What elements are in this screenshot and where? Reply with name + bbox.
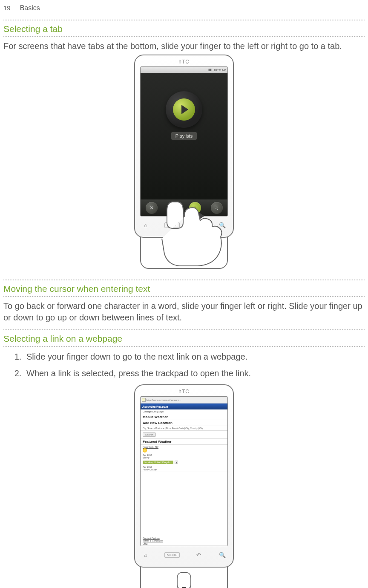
hardware-buttons: ⌂ MENU ↶ 🔍 — [141, 219, 227, 231]
step-item: When a link is selected, press the track… — [24, 368, 365, 379]
svg-rect-2 — [190, 213, 198, 219]
figure-selecting-link: hTC http://www.accuweather.com... AccuWe… — [3, 384, 365, 588]
trackpad — [177, 245, 191, 259]
web-heading: Add New Location — [141, 420, 227, 426]
web-heading: Featured Weather — [141, 439, 227, 445]
step-item: Slide your finger down to go to the next… — [24, 351, 365, 363]
heading-moving-cursor: Moving the cursor when entering text — [3, 280, 365, 296]
web-city: New York, NY — [141, 445, 227, 448]
selected-link-row: London, United Kingdom ▾ — [141, 460, 227, 465]
menu-button: MENU — [164, 552, 180, 558]
back-icon: ↶ — [194, 552, 204, 558]
menu-button: MENU — [164, 222, 180, 228]
home-icon: ⌂ — [141, 222, 150, 228]
selected-link: London, United Kingdom — [143, 461, 173, 464]
web-hint: City, State or Postcode | Zip or Postal … — [141, 426, 227, 431]
heading-selecting-tab: Selecting a tab — [3, 20, 365, 36]
page-header: 19 Basics — [3, 4, 365, 12]
steps-list: Slide your finger down to go to the next… — [3, 351, 365, 379]
web-row: Apr 2010Sunny — [141, 454, 227, 460]
svg-rect-1 — [186, 214, 189, 218]
web-row — [141, 448, 227, 454]
sun-icon — [143, 448, 147, 453]
back-icon: ↶ — [194, 222, 204, 228]
play-icon — [166, 91, 202, 128]
web-footer: Content Options Terms & Conditions Help — [141, 536, 227, 546]
search-button-illustration: Search — [143, 432, 156, 437]
signal-icon: ▮▮ — [208, 68, 212, 72]
tab-item: ✕ — [146, 202, 158, 214]
url-bar: http://www.accuweather.com... — [141, 397, 227, 404]
search-icon: 🔍 — [218, 222, 227, 228]
web-heading: Mobile Weather — [141, 414, 227, 420]
web-row: Apr 2010Partly Cloudy — [141, 465, 227, 472]
search-icon: 🔍 — [218, 552, 227, 558]
divider — [3, 346, 365, 347]
status-bar: ▮▮ 10:35 AM — [141, 67, 227, 73]
hardware-buttons: ⌂ MENU ↶ 🔍 — [141, 549, 227, 561]
status-time: 10:35 AM — [213, 69, 226, 72]
page-number: 19 — [3, 4, 11, 12]
site-banner: AccuWeather.com — [141, 404, 227, 409]
home-icon: ⌂ — [141, 552, 150, 558]
tab-item: ▣ — [167, 202, 179, 214]
app-tab-label: Playlists — [171, 132, 197, 140]
phone-logo: hTC — [178, 59, 190, 65]
tab-item: ♫ — [211, 202, 223, 214]
web-link: Change Language — [141, 409, 227, 414]
chapter-title: Basics — [20, 4, 40, 12]
body-selecting-tab: For screens that have tabs at the bottom… — [3, 40, 365, 52]
phone-logo: hTC — [178, 389, 190, 395]
divider — [3, 36, 365, 37]
figure-selecting-tab: hTC ▮▮ 10:35 AM Playlists ✕ ▣ ≡ ♫ — [3, 55, 365, 272]
divider — [3, 296, 365, 297]
heading-selecting-link: Selecting a link on a webpage — [3, 330, 365, 346]
svg-marker-3 — [198, 212, 204, 220]
svg-rect-0 — [181, 214, 185, 218]
web-row: Search — [141, 431, 227, 439]
dropdown-icon: ▾ — [175, 461, 178, 464]
swipe-right-icon — [181, 212, 204, 220]
url-text: http://www.accuweather.com... — [147, 399, 181, 401]
page-icon — [142, 398, 146, 402]
finger-press-illustration — [171, 570, 197, 588]
body-moving-cursor: To go back or forward one character in a… — [3, 300, 365, 323]
